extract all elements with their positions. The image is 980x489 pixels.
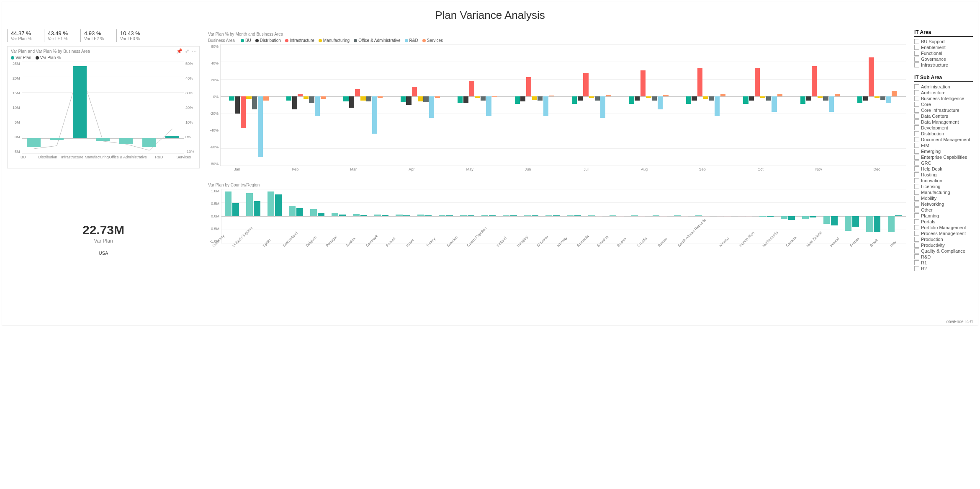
bar[interactable]: [852, 216, 859, 227]
bar[interactable]: [802, 216, 809, 220]
legend-item[interactable]: R&D: [405, 38, 418, 43]
legend-item[interactable]: Services: [422, 38, 443, 43]
checkbox-icon[interactable]: [914, 184, 919, 189]
bar[interactable]: [653, 215, 659, 216]
checkbox-icon[interactable]: [914, 39, 919, 44]
bar[interactable]: [475, 96, 480, 98]
checkbox-icon[interactable]: [914, 202, 919, 207]
bar[interactable]: [481, 96, 486, 101]
bar[interactable]: [629, 96, 634, 104]
bar[interactable]: [286, 96, 291, 101]
slicer-item[interactable]: Other: [914, 207, 973, 213]
bar[interactable]: [503, 215, 509, 216]
slicer-item[interactable]: Data Centers: [914, 113, 973, 119]
bar[interactable]: [717, 216, 723, 216]
bar[interactable]: [304, 96, 309, 99]
slicer-it-sub-area-list[interactable]: AdministrationArchitectureBusiness Intel…: [914, 84, 973, 272]
checkbox-icon[interactable]: [914, 57, 919, 62]
bar[interactable]: [777, 94, 782, 96]
checkbox-icon[interactable]: [914, 62, 919, 67]
bar[interactable]: [720, 94, 725, 96]
bar[interactable]: [403, 215, 410, 216]
slicer-item[interactable]: R&D: [914, 254, 973, 260]
bar[interactable]: [781, 216, 787, 219]
kpi-card[interactable]: 4.93 %Var LE2 %: [80, 29, 104, 42]
bar[interactable]: [772, 96, 777, 112]
slicer-item[interactable]: Functional: [914, 50, 973, 56]
slicer-item[interactable]: EIM: [914, 142, 973, 148]
bar[interactable]: [372, 96, 377, 134]
bar[interactable]: [767, 216, 774, 217]
bar[interactable]: [845, 216, 851, 231]
bar[interactable]: [73, 66, 87, 138]
bar[interactable]: [235, 96, 240, 114]
bar[interactable]: [578, 96, 583, 101]
bar[interactable]: [567, 215, 574, 216]
bar[interactable]: [638, 216, 645, 216]
checkbox-icon[interactable]: [914, 114, 919, 119]
bar[interactable]: [866, 216, 873, 233]
bar[interactable]: [366, 96, 371, 101]
bar[interactable]: [788, 216, 795, 220]
checkbox-icon[interactable]: [914, 143, 919, 148]
bar[interactable]: [617, 216, 624, 216]
bar[interactable]: [709, 96, 714, 101]
checkbox-icon[interactable]: [914, 172, 919, 177]
bar[interactable]: [660, 216, 666, 216]
bar[interactable]: [835, 94, 840, 96]
bar[interactable]: [869, 57, 874, 96]
combo-plot-area[interactable]: [22, 62, 184, 154]
slicer-item[interactable]: Core: [914, 101, 973, 107]
checkbox-icon[interactable]: [914, 125, 919, 130]
bar[interactable]: [510, 215, 517, 216]
slicer-item[interactable]: BU Support: [914, 39, 973, 44]
bar[interactable]: [553, 215, 560, 216]
bar[interactable]: [755, 68, 760, 96]
bar[interactable]: [246, 96, 251, 99]
bar[interactable]: [526, 77, 531, 96]
bar[interactable]: [766, 96, 771, 101]
checkbox-icon[interactable]: [914, 155, 919, 160]
bar[interactable]: [583, 73, 588, 96]
slicer-item[interactable]: GRC: [914, 160, 973, 166]
bar[interactable]: [524, 215, 531, 216]
bar[interactable]: [360, 96, 365, 101]
legend-item[interactable]: Manufacturing: [319, 38, 350, 43]
bar[interactable]: [880, 96, 885, 100]
slicer-item[interactable]: Production: [914, 236, 973, 242]
checkbox-icon[interactable]: [914, 219, 919, 224]
slicer-item[interactable]: Architecture: [914, 90, 973, 96]
bar[interactable]: [829, 96, 834, 112]
bar[interactable]: [429, 96, 434, 118]
bar[interactable]: [258, 96, 263, 157]
bar[interactable]: [254, 201, 260, 216]
checkbox-icon[interactable]: [914, 102, 919, 107]
bar[interactable]: [446, 215, 453, 216]
slicer-item[interactable]: Enterprise Capabilities: [914, 154, 973, 160]
bar[interactable]: [738, 216, 745, 216]
bar[interactable]: [360, 215, 367, 216]
bar[interactable]: [532, 96, 537, 100]
bar[interactable]: [439, 215, 445, 216]
bar[interactable]: [481, 215, 488, 216]
bar[interactable]: [489, 215, 496, 216]
slicer-item[interactable]: Governance: [914, 56, 973, 62]
checkbox-icon[interactable]: [914, 90, 919, 95]
bar[interactable]: [412, 87, 417, 96]
slicer-item[interactable]: Emerging: [914, 148, 973, 154]
slicer-item[interactable]: Distribution: [914, 131, 973, 137]
bar[interactable]: [646, 96, 651, 98]
kpi-card[interactable]: 44.37 %Var Plan %: [7, 29, 31, 42]
bar[interactable]: [321, 96, 326, 99]
bar[interactable]: [724, 216, 731, 216]
slicer-item[interactable]: R2: [914, 266, 973, 272]
bar[interactable]: [574, 215, 581, 216]
slicer-item[interactable]: Planning: [914, 213, 973, 219]
bar[interactable]: [396, 215, 402, 216]
bar[interactable]: [225, 191, 231, 216]
bar[interactable]: [486, 96, 491, 116]
legend-item[interactable]: Office & Administrative: [354, 38, 400, 43]
bar[interactable]: [339, 215, 346, 216]
bar[interactable]: [435, 96, 440, 98]
bar[interactable]: [589, 96, 594, 98]
